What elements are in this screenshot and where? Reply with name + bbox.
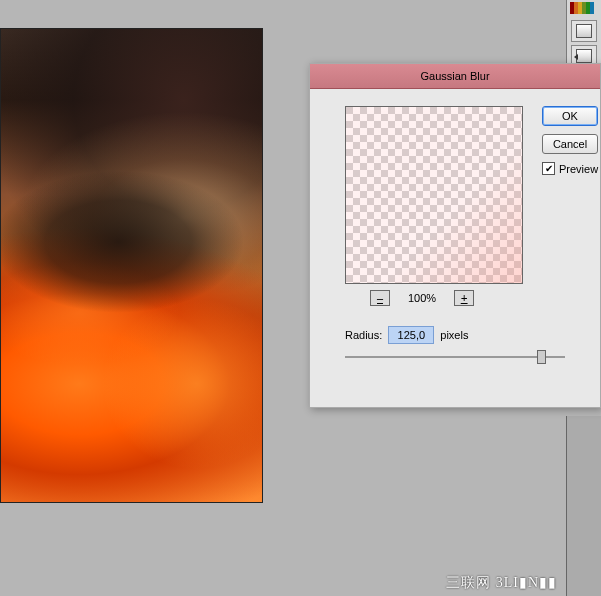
right-panel-lower <box>566 416 601 596</box>
dialog-titlebar[interactable]: Gaussian Blur <box>310 64 600 89</box>
dialog-title: Gaussian Blur <box>420 70 489 82</box>
ok-button[interactable]: OK <box>542 106 598 126</box>
preview-checkbox-row[interactable]: ✔ Preview <box>542 162 600 175</box>
zoom-percent: 100% <box>408 292 436 304</box>
preview-checkbox[interactable]: ✔ <box>542 162 555 175</box>
gaussian-blur-dialog: Gaussian Blur – 100% + Radius: pixels OK… <box>309 63 601 408</box>
panel-button-adjustments[interactable] <box>571 20 597 42</box>
swatches-row[interactable] <box>570 2 598 14</box>
preview-label: Preview <box>559 163 598 175</box>
slider-thumb[interactable] <box>537 350 546 364</box>
document-canvas[interactable] <box>0 28 263 503</box>
right-panel-strip <box>566 0 601 70</box>
filter-preview[interactable] <box>345 106 523 284</box>
zoom-out-button[interactable]: – <box>370 290 390 306</box>
dialog-buttons: OK Cancel ✔ Preview <box>542 106 600 175</box>
radius-slider[interactable] <box>345 349 565 365</box>
close-icon[interactable] <box>580 64 600 89</box>
cancel-button[interactable]: Cancel <box>542 134 598 154</box>
zoom-controls: – 100% + <box>370 290 474 306</box>
zoom-in-button[interactable]: + <box>454 290 474 306</box>
image-content <box>1 29 262 502</box>
radius-unit: pixels <box>440 329 468 341</box>
radius-input[interactable] <box>388 326 434 344</box>
slider-track <box>345 356 565 358</box>
radius-label: Radius: <box>345 329 382 341</box>
radius-row: Radius: pixels <box>345 326 468 344</box>
watermark-text: 三联网 3LI▮N▮▮ <box>446 574 557 592</box>
